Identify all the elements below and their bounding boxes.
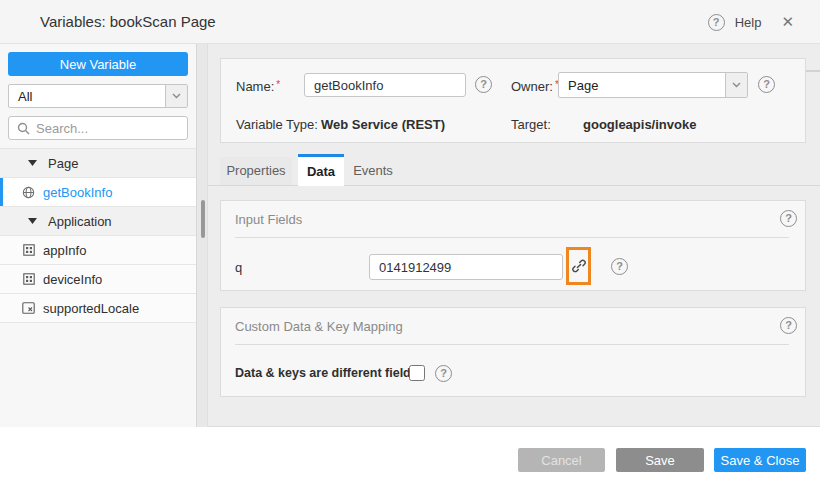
section-divider <box>235 344 789 345</box>
bind-data-button[interactable] <box>566 247 591 285</box>
custom-mapping-help-icon[interactable]: ? <box>780 317 797 334</box>
name-label: Name:* <box>236 79 280 94</box>
selected-indicator <box>0 178 3 206</box>
close-icon[interactable]: ✕ <box>781 13 794 31</box>
help-icon[interactable]: ? <box>708 14 725 31</box>
tab-properties[interactable]: Properties <box>220 157 292 185</box>
device-info-icon <box>22 273 35 285</box>
tree-item-deviceinfo[interactable]: deviceInfo <box>0 265 196 294</box>
tree-item-label: supportedLocale <box>43 301 139 316</box>
target-value: googleapis/invoke <box>583 117 696 132</box>
owner-label: Owner:* <box>511 79 559 94</box>
input-field-help-icon[interactable]: ? <box>611 258 628 275</box>
tree-item-label: deviceInfo <box>43 272 102 287</box>
save-button[interactable]: Save <box>616 448 704 472</box>
different-fields-help-icon[interactable]: ? <box>435 365 452 382</box>
scrollbar-thumb[interactable] <box>201 200 205 238</box>
tree-item-label: appInfo <box>43 243 86 258</box>
input-field-value[interactable] <box>369 254 563 280</box>
variables-dialog: Variables: bookScan Page ? Help ✕ New Va… <box>0 0 820 486</box>
input-fields-section: Input Fields ? q ? <box>220 200 806 291</box>
caret-down-icon <box>26 218 39 224</box>
chevron-down-icon <box>165 85 187 107</box>
owner-dropdown[interactable]: Page <box>558 72 748 98</box>
web-service-icon <box>22 186 35 199</box>
different-fields-label: Data & keys are different fields <box>235 366 418 380</box>
tree-group-page[interactable]: Page <box>0 149 196 178</box>
section-title: Input Fields <box>235 212 302 227</box>
variables-tree: Page getBookInfo Application appInfo <box>0 148 196 323</box>
variable-type-value: Web Service (REST) <box>321 117 445 132</box>
variable-type-label: Variable Type: <box>236 117 318 132</box>
owner-dropdown-value: Page <box>559 78 725 93</box>
variable-detail-pane: Name:* ? Owner:* Page ? Variable Type: W… <box>208 44 820 427</box>
search-icon <box>17 122 30 135</box>
save-and-close-button[interactable]: Save & Close <box>714 448 806 472</box>
app-info-icon <box>22 244 35 256</box>
detail-tabs: Properties Data Events <box>208 154 820 186</box>
caret-down-icon <box>26 160 39 166</box>
section-title: Custom Data & Key Mapping <box>235 319 403 334</box>
link-icon <box>571 258 587 274</box>
tree-group-label: Page <box>48 156 78 171</box>
tree-group-application[interactable]: Application <box>0 207 196 236</box>
different-fields-checkbox[interactable] <box>409 365 425 381</box>
tab-events[interactable]: Events <box>350 157 396 185</box>
filter-dropdown[interactable]: All <box>8 84 188 108</box>
search-input[interactable] <box>36 121 179 136</box>
new-variable-button[interactable]: New Variable <box>8 52 188 76</box>
owner-help-icon[interactable]: ? <box>758 76 775 93</box>
variable-summary-panel: Name:* ? Owner:* Page ? Variable Type: W… <box>220 58 806 143</box>
help-link[interactable]: Help <box>735 15 762 30</box>
search-box <box>8 116 188 140</box>
cancel-button[interactable]: Cancel <box>518 448 605 472</box>
tree-item-supportedlocale[interactable]: supportedLocale <box>0 294 196 323</box>
variables-sidebar: New Variable All Page <box>0 44 196 427</box>
section-divider <box>235 237 789 238</box>
tree-group-label: Application <box>48 214 112 229</box>
tree-item-label: getBookInfo <box>43 185 112 200</box>
tree-item-getbookinfo[interactable]: getBookInfo <box>0 178 196 207</box>
input-field-key: q <box>235 260 242 275</box>
required-marker: * <box>276 79 280 90</box>
dialog-title: Variables: bookScan Page <box>40 13 216 30</box>
dialog-footer: Cancel Save Save & Close <box>0 428 820 486</box>
input-fields-help-icon[interactable]: ? <box>780 210 797 227</box>
dialog-header: Variables: bookScan Page ? Help ✕ <box>0 0 820 44</box>
name-input[interactable] <box>304 73 466 97</box>
tab-data[interactable]: Data <box>298 154 344 186</box>
tree-item-appinfo[interactable]: appInfo <box>0 236 196 265</box>
filter-dropdown-value: All <box>9 89 165 104</box>
chevron-down-icon <box>725 73 747 97</box>
sidebar-divider <box>196 44 208 427</box>
custom-mapping-section: Custom Data & Key Mapping ? Data & keys … <box>220 307 806 397</box>
target-label: Target: <box>511 117 551 132</box>
name-help-icon[interactable]: ? <box>475 76 492 93</box>
locale-icon <box>22 302 35 314</box>
